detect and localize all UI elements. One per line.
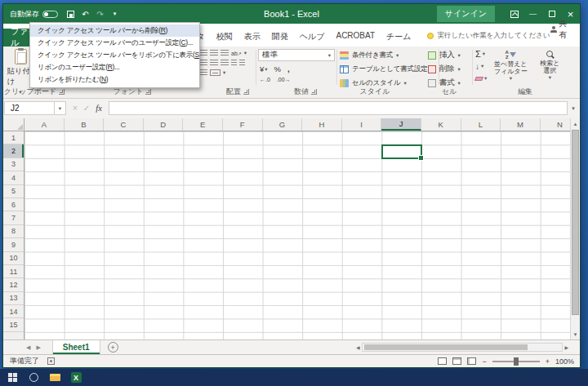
- zoom-out-button[interactable]: [482, 357, 486, 366]
- row-header-1[interactable]: 1: [3, 131, 24, 144]
- page-layout-view-button[interactable]: [452, 357, 461, 365]
- clear-button[interactable]: [475, 73, 487, 83]
- horizontal-scrollbar[interactable]: [356, 343, 568, 352]
- zoom-in-button[interactable]: [546, 357, 550, 366]
- insert-function-button[interactable]: fx: [96, 104, 102, 113]
- row-header-6[interactable]: 6: [3, 198, 24, 211]
- column-header-E[interactable]: E: [183, 118, 223, 131]
- row-header-15[interactable]: 15: [3, 318, 24, 331]
- horizontal-scrollbar-track[interactable]: [362, 343, 564, 352]
- column-header-M[interactable]: M: [501, 118, 541, 131]
- column-header-C[interactable]: C: [104, 118, 144, 131]
- new-sheet-button[interactable]: [108, 342, 118, 353]
- dialog-launcher-icon[interactable]: [59, 89, 65, 95]
- column-header-L[interactable]: L: [461, 118, 501, 131]
- ribbon-tab-表示[interactable]: 表示: [238, 27, 266, 47]
- column-header-N[interactable]: N: [541, 118, 570, 131]
- row-header-10[interactable]: 10: [3, 252, 24, 265]
- column-header-F[interactable]: F: [223, 118, 263, 131]
- taskbar-file-explorer-icon[interactable]: [44, 369, 65, 386]
- orientation-button[interactable]: [231, 51, 242, 56]
- column-header-J[interactable]: J: [381, 118, 421, 131]
- row-header-12[interactable]: 12: [3, 278, 24, 291]
- align-top-icon[interactable]: [199, 50, 207, 56]
- row-header-9[interactable]: 9: [3, 238, 24, 251]
- sheet-next-icon[interactable]: [36, 344, 40, 351]
- autosum-button[interactable]: [475, 49, 487, 59]
- dialog-launcher-icon[interactable]: [311, 89, 317, 95]
- dialog-launcher-icon[interactable]: [243, 89, 249, 95]
- sheet-tab-sheet1[interactable]: Sheet1: [52, 340, 100, 354]
- row-header-2[interactable]: 2: [3, 144, 24, 158]
- column-header-G[interactable]: G: [263, 118, 303, 131]
- decrease-indent-icon[interactable]: [231, 60, 237, 66]
- qat-menu-item[interactable]: クイック アクセス ツール バーから削除(R): [30, 24, 199, 37]
- redo-button[interactable]: [93, 7, 107, 21]
- insert-cells-button[interactable]: 挿入: [428, 49, 461, 61]
- row-header-13[interactable]: 13: [3, 292, 24, 305]
- cell-grid[interactable]: [24, 131, 570, 339]
- currency-format-button[interactable]: [260, 64, 268, 73]
- taskbar-search-icon[interactable]: [23, 369, 44, 386]
- save-button[interactable]: [64, 7, 78, 21]
- minimize-button[interactable]: [523, 4, 542, 24]
- normal-view-button[interactable]: [438, 357, 447, 365]
- format-as-table-button[interactable]: テーブルとして書式設定: [340, 63, 434, 75]
- select-all-corner[interactable]: [3, 118, 24, 131]
- comma-format-button[interactable]: [287, 64, 290, 73]
- row-header-3[interactable]: 3: [3, 158, 24, 171]
- taskbar-excel-icon[interactable]: [65, 369, 87, 386]
- qat-menu-item[interactable]: リボンを折りたたむ(N): [30, 73, 199, 86]
- name-box-dropdown[interactable]: [55, 101, 66, 115]
- align-center-icon[interactable]: [210, 60, 218, 66]
- column-header-K[interactable]: K: [421, 118, 461, 131]
- dialog-launcher-icon[interactable]: [145, 89, 151, 95]
- column-header-D[interactable]: D: [144, 118, 184, 131]
- qat-menu-item[interactable]: クイック アクセス ツール バーのユーザー設定(C)...: [30, 37, 199, 49]
- ribbon-tab-チーム[interactable]: チーム: [381, 27, 416, 47]
- cancel-icon[interactable]: [73, 104, 78, 113]
- align-right-icon[interactable]: [220, 60, 229, 66]
- close-button[interactable]: [561, 4, 580, 24]
- column-header-A[interactable]: A: [24, 118, 65, 131]
- name-box[interactable]: J2: [4, 101, 55, 115]
- formula-input[interactable]: [109, 101, 568, 115]
- align-middle-icon[interactable]: [210, 50, 218, 56]
- qat-menu-item[interactable]: リボンのユーザー設定(R)...: [30, 61, 199, 73]
- number-format-select[interactable]: 標準: [258, 49, 335, 61]
- conditional-formatting-button[interactable]: 条件付き書式: [340, 49, 434, 61]
- align-left-icon[interactable]: [199, 60, 207, 66]
- merge-center-button[interactable]: [210, 69, 220, 76]
- ribbon-tab-校閲[interactable]: 校閲: [211, 27, 238, 47]
- sort-filter-button[interactable]: AZ 並べ替えと フィルター: [492, 49, 529, 83]
- formula-bar-expand-button[interactable]: [568, 105, 579, 112]
- decrease-decimal-button[interactable]: [277, 77, 291, 82]
- column-header-I[interactable]: I: [342, 118, 382, 131]
- ribbon-display-options-button[interactable]: [505, 4, 523, 24]
- autosave-control[interactable]: 自動保存: [10, 9, 58, 20]
- delete-cells-button[interactable]: 削除: [428, 63, 461, 75]
- enter-icon[interactable]: [83, 104, 90, 113]
- row-header-7[interactable]: 7: [3, 211, 24, 224]
- scroll-down-icon[interactable]: [571, 329, 580, 339]
- cell-styles-button[interactable]: セルのスタイル: [340, 77, 434, 89]
- scroll-left-icon[interactable]: [356, 344, 360, 350]
- selected-cell-J2[interactable]: [381, 144, 422, 159]
- row-header-14[interactable]: 14: [3, 305, 24, 318]
- row-header-8[interactable]: 8: [3, 225, 24, 238]
- scroll-up-icon[interactable]: [571, 118, 580, 129]
- ribbon-tab-開発[interactable]: 開発: [266, 27, 294, 47]
- find-select-button[interactable]: 検索と 選択: [534, 49, 565, 83]
- align-bottom-icon[interactable]: [220, 50, 229, 56]
- format-button[interactable]: 書式: [428, 77, 461, 89]
- page-break-view-button[interactable]: [467, 357, 476, 365]
- scroll-right-icon[interactable]: [564, 344, 568, 350]
- ribbon-tab-ACROBAT[interactable]: ACROBAT: [330, 27, 381, 47]
- wrap-text-icon[interactable]: [199, 69, 207, 76]
- row-header-5[interactable]: 5: [3, 185, 24, 198]
- tell-me-search[interactable]: 実行したい作業を入力してください: [427, 31, 550, 47]
- undo-button[interactable]: [78, 7, 92, 21]
- column-header-H[interactable]: H: [302, 118, 342, 131]
- row-header-4[interactable]: 4: [3, 171, 24, 184]
- ribbon-tab-ヘルプ[interactable]: ヘルプ: [294, 27, 331, 47]
